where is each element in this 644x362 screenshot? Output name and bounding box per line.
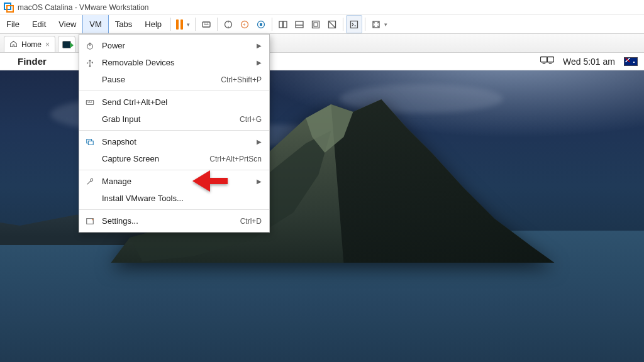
menu-item-send-ctrl-alt-del[interactable]: Send Ctrl+Alt+Del	[79, 94, 269, 111]
menu-item-label: Settings...	[102, 216, 234, 226]
vm-menu-dropdown: Power▶Removable Devices▶PauseCtrl+Shift+…	[79, 34, 270, 233]
menu-item-install-vmware-tools[interactable]: Install VMware Tools...	[79, 190, 269, 207]
menu-item-label: Snapshot	[102, 137, 250, 146]
chevron-right-icon: ▶	[257, 59, 262, 66]
pause-vm-button[interactable]: ▾	[174, 15, 192, 33]
svg-rect-18	[547, 57, 554, 62]
unity-button[interactable]	[324, 15, 340, 33]
menu-item-manage[interactable]: Manage▶	[79, 173, 269, 190]
menu-item-removable-devices[interactable]: Removable Devices▶	[79, 54, 269, 71]
send-cad-button[interactable]	[198, 15, 214, 33]
chevron-right-icon: ▶	[257, 178, 262, 185]
displays-icon[interactable]	[540, 55, 554, 67]
svg-rect-15	[351, 21, 358, 28]
svg-rect-17	[540, 57, 547, 62]
menu-divider	[79, 209, 269, 210]
pause-icon	[176, 19, 183, 30]
view-console-button[interactable]	[291, 15, 308, 33]
menu-item-label: Capture Screen	[102, 154, 203, 163]
svg-line-14	[329, 21, 335, 28]
svg-rect-8	[284, 21, 287, 28]
menu-vm[interactable]: VM	[82, 15, 109, 33]
menu-divider	[79, 90, 269, 91]
menu-divider	[79, 130, 269, 131]
home-icon	[9, 40, 18, 50]
send-cad-icon	[84, 98, 96, 107]
menu-item-shortcut: Ctrl+D	[240, 217, 262, 226]
menu-item-label: Manage	[102, 177, 250, 186]
snapshot-icon	[84, 138, 96, 146]
menu-item-label: Install VMware Tools...	[102, 194, 262, 203]
menu-item-shortcut: Ctrl+Alt+PrtScn	[209, 155, 262, 163]
chevron-right-icon: ▶	[257, 138, 262, 145]
wrench-icon	[84, 177, 96, 186]
console-view-button[interactable]	[346, 15, 362, 33]
snapshot-take-button[interactable]	[220, 15, 236, 33]
window-title: macOS Catalina - VMware Workstation	[18, 3, 149, 12]
menu-item-grab-input[interactable]: Grab InputCtrl+G	[79, 111, 269, 128]
menu-item-shortcut: Ctrl+Shift+P	[221, 75, 262, 84]
close-icon[interactable]: ×	[45, 40, 50, 49]
menu-edit[interactable]: Edit	[26, 15, 52, 33]
toolbar-separator	[343, 18, 343, 31]
toolbar-separator	[272, 18, 272, 31]
menu-divider	[79, 170, 269, 170]
menu-item-shortcut: Ctrl+G	[240, 115, 262, 124]
callout-arrow-icon	[192, 170, 228, 192]
vm-thumb-icon	[62, 41, 71, 48]
settings-icon	[84, 217, 96, 226]
guest-app-name[interactable]: Finder	[18, 56, 47, 67]
svg-rect-12	[314, 23, 318, 26]
menu-item-power[interactable]: Power▶	[79, 37, 269, 54]
menu-item-capture-screen[interactable]: Capture ScreenCtrl+Alt+PrtScn	[79, 150, 269, 167]
svg-rect-9	[296, 21, 303, 28]
chevron-down-icon[interactable]: ▾	[384, 15, 391, 33]
menu-item-label: Send Ctrl+Alt+Del	[102, 97, 262, 107]
flag-au-icon[interactable]	[624, 57, 638, 66]
toolbar-separator	[217, 18, 218, 31]
stretch-button[interactable]	[368, 15, 384, 33]
svg-rect-6	[260, 23, 262, 26]
app-menubar: File Edit View VM Tabs Help ▾ ▾	[0, 15, 644, 34]
chevron-right-icon: ▶	[257, 42, 262, 49]
chevron-down-icon[interactable]: ▾	[187, 21, 190, 28]
menu-help[interactable]: Help	[138, 15, 168, 33]
svg-point-23	[89, 65, 91, 67]
menu-item-pause[interactable]: PauseCtrl+Shift+P	[79, 71, 269, 88]
tab-home-label: Home	[21, 40, 42, 49]
fullscreen-button[interactable]	[308, 15, 324, 33]
snapshot-revert-button[interactable]	[236, 15, 253, 33]
toolbar-separator	[365, 18, 365, 31]
menu-tabs[interactable]: Tabs	[109, 15, 138, 33]
svg-rect-26	[88, 141, 93, 145]
menu-item-settings[interactable]: Settings...Ctrl+D	[79, 212, 269, 229]
vmware-logo-icon	[4, 3, 14, 13]
menu-item-label: Removable Devices	[102, 58, 250, 67]
toolbar-separator	[170, 18, 171, 31]
usb-icon	[84, 58, 96, 67]
menu-item-label: Grab Input	[102, 114, 233, 124]
svg-rect-7	[279, 21, 283, 28]
toolbar-separator	[195, 18, 196, 31]
menu-item-label: Pause	[102, 75, 214, 84]
guest-clock[interactable]: Wed 5:01 am	[563, 57, 615, 67]
view-single-button[interactable]	[275, 15, 291, 33]
menu-view[interactable]: View	[52, 15, 82, 33]
power-icon	[84, 41, 96, 50]
svg-rect-11	[313, 21, 319, 28]
tab-macos-catalina[interactable]	[58, 36, 75, 52]
menu-item-snapshot[interactable]: Snapshot▶	[79, 133, 269, 150]
snapshot-manager-button[interactable]	[253, 15, 269, 33]
tab-home[interactable]: Home ×	[4, 36, 55, 52]
svg-rect-27	[87, 218, 94, 224]
window-titlebar: macOS Catalina - VMware Workstation	[0, 0, 644, 15]
menu-item-label: Power	[102, 41, 250, 50]
menu-file[interactable]: File	[0, 15, 26, 33]
